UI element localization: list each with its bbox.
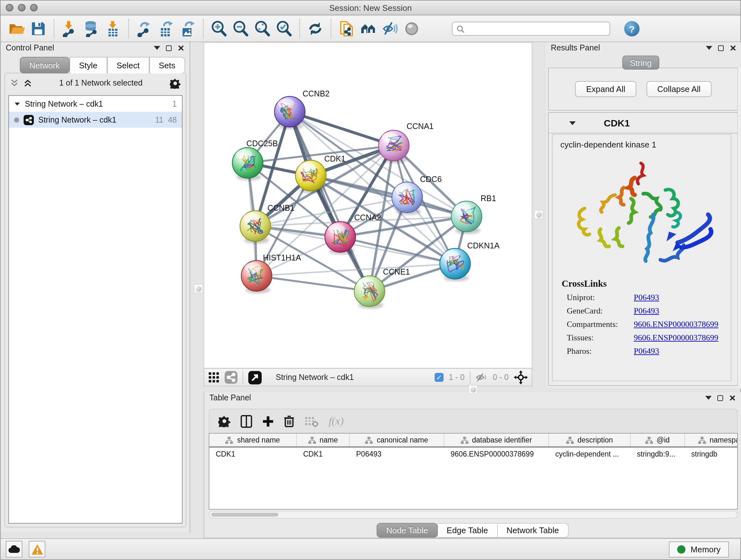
delete-column-button[interactable] [284,415,294,427]
zoom-selected-button[interactable] [273,18,295,39]
window-minimize-button[interactable] [18,4,25,11]
column-header-@id[interactable]: @id [630,434,685,446]
help-button[interactable]: ? [624,21,639,37]
node-label-CDKN1A: CDKN1A [467,241,500,250]
search-box[interactable] [452,22,610,36]
panel-close-icon[interactable]: ✕ [729,395,736,401]
share-view-icon[interactable] [225,371,238,384]
expand-all-networks-icon[interactable] [23,78,32,87]
toolbar-separator [203,19,204,38]
panel-close-icon[interactable]: ✕ [730,45,737,51]
table-settings-button[interactable] [218,415,230,427]
collapse-all-networks-icon[interactable] [10,78,18,87]
function-builder-button[interactable]: f(x) [329,415,344,428]
network-node-count: 11 [155,115,163,124]
network-graph[interactable]: CCNB2CCNA1CDC25BCDK1CDC6RB1CCNB1CCNA2CDK… [204,43,532,368]
node-label-CDC6: CDC6 [420,175,442,184]
column-header-canonical-name[interactable]: canonical name [350,434,444,446]
results-panel: Results Panel ✕ String Expand All Collap… [546,42,741,389]
show-columns-button[interactable] [241,415,252,428]
import-network-button[interactable] [59,18,80,39]
zoom-fit-button[interactable] [252,18,273,39]
zoom-out-icon [232,20,249,37]
copy-network-button[interactable] [336,18,357,39]
left-splitter-handle[interactable] [194,284,203,293]
create-column-button[interactable] [262,415,274,427]
panel-menu-icon[interactable] [705,396,712,400]
crosslink-row: Tissues:9606.ENSP00000378699 [553,331,731,344]
panel-float-icon[interactable] [718,395,723,401]
bottom-splitter-handle[interactable] [468,385,477,394]
selected-checkbox-icon[interactable]: ✓ [434,373,444,382]
toolbar-separator [128,19,129,38]
grid-view-icon[interactable] [208,372,219,383]
column-header-database-identifier[interactable]: database identifier [444,434,549,446]
string-home-button[interactable] [357,18,379,39]
gene-symbol: CDK1 [604,118,630,128]
import-network-from-database-button[interactable] [80,18,102,39]
memory-button[interactable]: Memory [669,541,729,557]
column-header-description[interactable]: description [549,434,630,446]
tab-edge-table[interactable]: Edge Table [438,523,498,538]
birds-eye-icon[interactable] [514,370,528,384]
import-table-button[interactable] [102,18,124,39]
crosslink-link[interactable]: 9606.ENSP00000378699 [634,319,718,329]
zoom-in-button[interactable] [208,18,230,39]
tab-select[interactable]: Select [107,57,149,73]
crosslink-row: Uniprot:P06493 [553,291,731,304]
export-network-button[interactable] [133,18,155,39]
save-session-button[interactable] [27,18,49,39]
column-header-name[interactable]: name [297,434,350,446]
table-hscrollbar-thumb[interactable] [211,513,278,516]
crosslink-link[interactable]: P06493 [634,306,659,316]
zoom-out-button[interactable] [230,18,252,39]
network-row[interactable]: String Network – cdk1 11 48 [9,112,182,128]
cloud-status-button[interactable] [6,541,22,557]
columns-icon [241,415,252,428]
table-row[interactable]: CDK1CDK1P064939606.ENSP00000378699cyclin… [209,448,737,462]
column-header-namespace[interactable]: namespace [685,434,738,446]
export-image-icon [179,20,196,37]
crosslink-link[interactable]: 9606.ENSP00000378699 [634,332,718,343]
tab-sets[interactable]: Sets [149,57,185,73]
collapse-all-button[interactable]: Collapse All [647,81,712,97]
toggle-visibility-button[interactable] [379,18,401,39]
gear-icon[interactable] [170,78,181,88]
column-header-shared-name[interactable]: shared name [209,434,297,446]
warnings-button[interactable] [29,541,45,557]
tab-style[interactable]: Style [69,57,107,73]
apply-layout-button[interactable] [305,18,326,39]
tab-network[interactable]: Network [20,57,69,73]
results-scrollbar[interactable] [737,68,741,386]
node-gloss [382,132,398,142]
glass-ball-toggle-button[interactable] [401,18,422,39]
collection-expand-icon[interactable] [15,102,20,105]
node-table[interactable]: shared namenamecanonical namedatabase id… [209,433,738,509]
network-collection-row[interactable]: String Network – cdk1 1 [9,96,182,112]
table-hscrollbar[interactable] [209,511,738,518]
panel-menu-icon[interactable] [706,46,712,50]
crosslink-row: Compartments:9606.ENSP00000378699 [553,317,731,331]
crosslink-link[interactable]: P06493 [634,346,659,356]
delete-table-button[interactable] [305,415,319,427]
panel-float-icon[interactable] [718,45,724,51]
crosslink-link[interactable]: P06493 [634,292,659,302]
open-in-new-window-icon[interactable] [248,371,262,384]
panel-menu-icon[interactable] [154,46,160,50]
window-close-button[interactable] [6,4,13,11]
export-table-button[interactable] [155,18,177,39]
expand-all-button[interactable]: Expand All [576,81,636,97]
tab-node-table[interactable]: Node Table [377,523,437,538]
gene-collapse-icon[interactable] [569,121,576,125]
right-splitter-handle[interactable] [534,210,543,219]
network-canvas[interactable]: CCNB2CCNA1CDC25BCDK1CDC6RB1CCNB1CCNA2CDK… [204,42,532,368]
panel-float-icon[interactable] [166,45,172,51]
panel-close-icon[interactable]: ✕ [178,45,185,51]
search-input[interactable] [465,24,606,33]
window-zoom-button[interactable] [30,4,38,11]
gene-header-row[interactable]: CDK1 [549,113,738,133]
tab-network-table[interactable]: Network Table [497,523,568,538]
open-session-button[interactable] [6,18,27,39]
export-image-button[interactable] [177,18,199,39]
tab-string[interactable]: String [622,56,659,70]
